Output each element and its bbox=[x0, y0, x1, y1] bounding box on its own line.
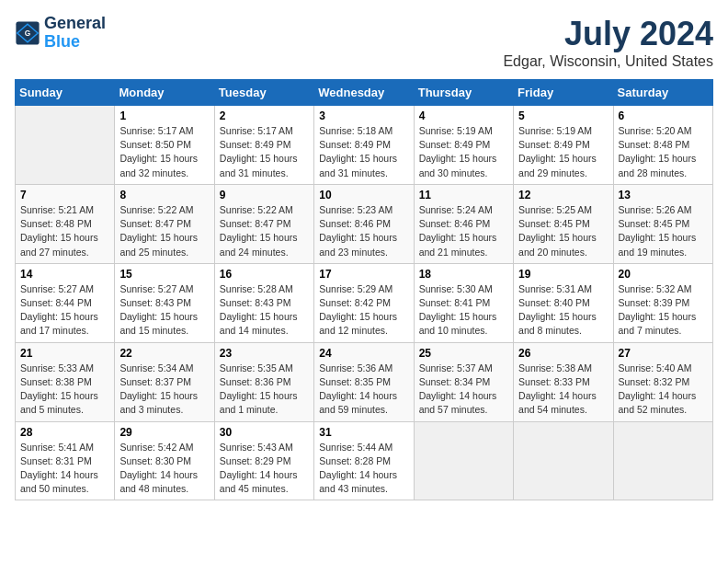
calendar-cell bbox=[514, 421, 613, 500]
day-number: 17 bbox=[319, 268, 408, 281]
day-number: 19 bbox=[518, 268, 608, 281]
day-number: 14 bbox=[20, 268, 109, 281]
day-info: Sunrise: 5:25 AM Sunset: 8:45 PM Dayligh… bbox=[518, 203, 608, 259]
logo-icon: G bbox=[15, 20, 40, 46]
calendar-subtitle: Edgar, Wisconsin, United States bbox=[503, 53, 713, 70]
day-header-monday: Monday bbox=[115, 80, 214, 106]
day-number: 31 bbox=[319, 426, 408, 439]
calendar-cell: 12Sunrise: 5:25 AM Sunset: 8:45 PM Dayli… bbox=[514, 184, 613, 263]
day-number: 22 bbox=[119, 347, 209, 360]
calendar-cell: 15Sunrise: 5:27 AM Sunset: 8:43 PM Dayli… bbox=[115, 263, 214, 342]
calendar-week-row: 7Sunrise: 5:21 AM Sunset: 8:48 PM Daylig… bbox=[16, 184, 713, 263]
day-info: Sunrise: 5:36 AM Sunset: 8:35 PM Dayligh… bbox=[319, 362, 408, 418]
calendar-week-row: 21Sunrise: 5:33 AM Sunset: 8:38 PM Dayli… bbox=[16, 342, 713, 421]
day-number: 6 bbox=[619, 109, 708, 122]
calendar-cell: 28Sunrise: 5:41 AM Sunset: 8:31 PM Dayli… bbox=[16, 421, 115, 500]
day-number: 29 bbox=[119, 426, 209, 439]
page-header: G General Blue July 2024 Edgar, Wisconsi… bbox=[15, 15, 713, 70]
calendar-cell bbox=[613, 421, 712, 500]
calendar-cell: 30Sunrise: 5:43 AM Sunset: 8:29 PM Dayli… bbox=[214, 421, 313, 500]
day-number: 3 bbox=[319, 109, 408, 122]
day-info: Sunrise: 5:37 AM Sunset: 8:34 PM Dayligh… bbox=[419, 362, 508, 418]
day-info: Sunrise: 5:31 AM Sunset: 8:40 PM Dayligh… bbox=[518, 282, 608, 339]
day-number: 18 bbox=[419, 268, 508, 281]
calendar-cell: 25Sunrise: 5:37 AM Sunset: 8:34 PM Dayli… bbox=[414, 342, 513, 421]
day-info: Sunrise: 5:32 AM Sunset: 8:39 PM Dayligh… bbox=[619, 282, 708, 339]
day-info: Sunrise: 5:18 AM Sunset: 8:49 PM Dayligh… bbox=[319, 124, 408, 180]
calendar-week-row: 1Sunrise: 5:17 AM Sunset: 8:50 PM Daylig… bbox=[16, 106, 713, 185]
calendar-title: July 2024 bbox=[503, 15, 713, 53]
day-info: Sunrise: 5:27 AM Sunset: 8:44 PM Dayligh… bbox=[20, 282, 109, 339]
calendar-header-row: SundayMondayTuesdayWednesdayThursdayFrid… bbox=[16, 80, 713, 106]
calendar-cell: 31Sunrise: 5:44 AM Sunset: 8:28 PM Dayli… bbox=[314, 421, 414, 500]
day-info: Sunrise: 5:42 AM Sunset: 8:30 PM Dayligh… bbox=[119, 441, 209, 497]
calendar-cell: 18Sunrise: 5:30 AM Sunset: 8:41 PM Dayli… bbox=[414, 263, 513, 342]
calendar-cell: 3Sunrise: 5:18 AM Sunset: 8:49 PM Daylig… bbox=[314, 106, 414, 185]
day-info: Sunrise: 5:22 AM Sunset: 8:47 PM Dayligh… bbox=[220, 203, 309, 259]
day-number: 8 bbox=[119, 189, 209, 201]
calendar-cell: 14Sunrise: 5:27 AM Sunset: 8:44 PM Dayli… bbox=[16, 263, 115, 342]
day-info: Sunrise: 5:30 AM Sunset: 8:41 PM Dayligh… bbox=[419, 282, 508, 339]
day-number: 1 bbox=[119, 109, 209, 122]
calendar-cell: 11Sunrise: 5:24 AM Sunset: 8:46 PM Dayli… bbox=[414, 184, 513, 263]
calendar-cell: 21Sunrise: 5:33 AM Sunset: 8:38 PM Dayli… bbox=[16, 342, 115, 421]
calendar-cell: 19Sunrise: 5:31 AM Sunset: 8:40 PM Dayli… bbox=[514, 263, 613, 342]
logo-text: General Blue bbox=[44, 15, 106, 52]
calendar-cell: 2Sunrise: 5:17 AM Sunset: 8:49 PM Daylig… bbox=[214, 106, 313, 185]
day-number: 16 bbox=[220, 268, 309, 281]
day-header-sunday: Sunday bbox=[16, 80, 115, 106]
day-number: 12 bbox=[518, 189, 608, 201]
day-info: Sunrise: 5:28 AM Sunset: 8:43 PM Dayligh… bbox=[220, 282, 309, 339]
calendar-week-row: 14Sunrise: 5:27 AM Sunset: 8:44 PM Dayli… bbox=[16, 263, 713, 342]
day-number: 27 bbox=[619, 347, 708, 360]
calendar-cell: 5Sunrise: 5:19 AM Sunset: 8:49 PM Daylig… bbox=[514, 106, 613, 185]
day-header-wednesday: Wednesday bbox=[314, 80, 414, 106]
day-number: 28 bbox=[20, 426, 109, 439]
day-info: Sunrise: 5:26 AM Sunset: 8:45 PM Dayligh… bbox=[619, 203, 708, 259]
logo-line2: Blue bbox=[44, 33, 106, 52]
day-number: 23 bbox=[220, 347, 309, 360]
day-number: 30 bbox=[220, 426, 309, 439]
day-info: Sunrise: 5:19 AM Sunset: 8:49 PM Dayligh… bbox=[419, 124, 508, 180]
calendar-week-row: 28Sunrise: 5:41 AM Sunset: 8:31 PM Dayli… bbox=[16, 421, 713, 500]
day-info: Sunrise: 5:21 AM Sunset: 8:48 PM Dayligh… bbox=[20, 203, 109, 259]
calendar-cell: 24Sunrise: 5:36 AM Sunset: 8:35 PM Dayli… bbox=[314, 342, 414, 421]
day-info: Sunrise: 5:33 AM Sunset: 8:38 PM Dayligh… bbox=[20, 362, 109, 418]
day-header-tuesday: Tuesday bbox=[214, 80, 313, 106]
calendar-cell bbox=[414, 421, 513, 500]
svg-text:G: G bbox=[25, 29, 31, 38]
day-header-thursday: Thursday bbox=[414, 80, 513, 106]
calendar-cell: 20Sunrise: 5:32 AM Sunset: 8:39 PM Dayli… bbox=[613, 263, 712, 342]
calendar-cell: 13Sunrise: 5:26 AM Sunset: 8:45 PM Dayli… bbox=[613, 184, 712, 263]
day-number: 4 bbox=[419, 109, 508, 122]
calendar-cell: 4Sunrise: 5:19 AM Sunset: 8:49 PM Daylig… bbox=[414, 106, 513, 185]
title-block: July 2024 Edgar, Wisconsin, United State… bbox=[503, 15, 713, 70]
day-info: Sunrise: 5:40 AM Sunset: 8:32 PM Dayligh… bbox=[619, 362, 708, 418]
logo-line1: General bbox=[44, 15, 106, 33]
calendar-cell: 6Sunrise: 5:20 AM Sunset: 8:48 PM Daylig… bbox=[613, 106, 712, 185]
day-number: 20 bbox=[619, 268, 708, 281]
day-number: 25 bbox=[419, 347, 508, 360]
day-number: 26 bbox=[518, 347, 608, 360]
calendar-cell bbox=[16, 106, 115, 185]
day-info: Sunrise: 5:44 AM Sunset: 8:28 PM Dayligh… bbox=[319, 441, 408, 497]
day-number: 5 bbox=[518, 109, 608, 122]
day-info: Sunrise: 5:22 AM Sunset: 8:47 PM Dayligh… bbox=[119, 203, 209, 259]
calendar-cell: 29Sunrise: 5:42 AM Sunset: 8:30 PM Dayli… bbox=[115, 421, 214, 500]
calendar-cell: 7Sunrise: 5:21 AM Sunset: 8:48 PM Daylig… bbox=[16, 184, 115, 263]
day-number: 15 bbox=[119, 268, 209, 281]
day-number: 11 bbox=[419, 189, 508, 201]
calendar-cell: 8Sunrise: 5:22 AM Sunset: 8:47 PM Daylig… bbox=[115, 184, 214, 263]
day-info: Sunrise: 5:41 AM Sunset: 8:31 PM Dayligh… bbox=[20, 441, 109, 497]
day-number: 21 bbox=[20, 347, 109, 360]
day-info: Sunrise: 5:23 AM Sunset: 8:46 PM Dayligh… bbox=[319, 203, 408, 259]
day-info: Sunrise: 5:29 AM Sunset: 8:42 PM Dayligh… bbox=[319, 282, 408, 339]
day-info: Sunrise: 5:34 AM Sunset: 8:37 PM Dayligh… bbox=[119, 362, 209, 418]
day-info: Sunrise: 5:43 AM Sunset: 8:29 PM Dayligh… bbox=[220, 441, 309, 497]
logo: G General Blue bbox=[15, 15, 106, 52]
calendar-cell: 17Sunrise: 5:29 AM Sunset: 8:42 PM Dayli… bbox=[314, 263, 414, 342]
day-number: 24 bbox=[319, 347, 408, 360]
calendar-table: SundayMondayTuesdayWednesdayThursdayFrid… bbox=[15, 79, 713, 500]
calendar-cell: 26Sunrise: 5:38 AM Sunset: 8:33 PM Dayli… bbox=[514, 342, 613, 421]
calendar-cell: 16Sunrise: 5:28 AM Sunset: 8:43 PM Dayli… bbox=[214, 263, 313, 342]
